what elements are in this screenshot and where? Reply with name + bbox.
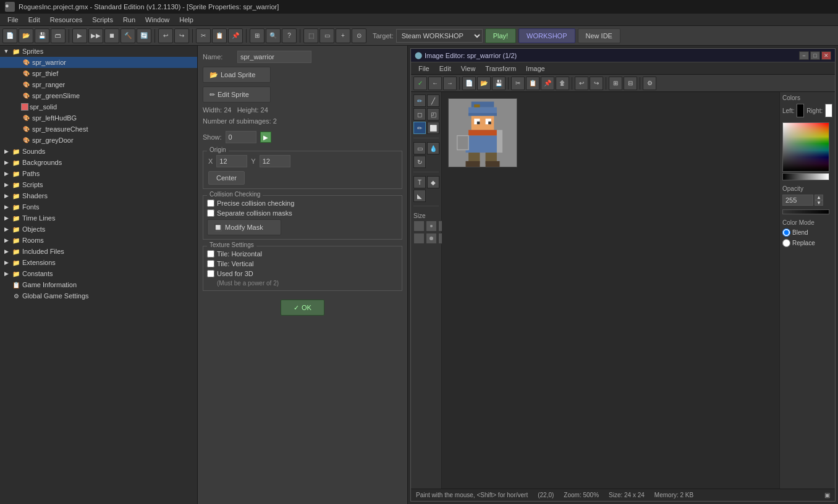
ie-tb-new[interactable]: 📄	[462, 77, 476, 90]
ie-minimize-btn[interactable]: −	[799, 51, 809, 60]
size-small-dot[interactable]	[426, 220, 437, 232]
tb-extra4[interactable]: ⊙	[352, 28, 366, 43]
ie-tb-save[interactable]: 💾	[492, 77, 506, 90]
tree-backgrounds[interactable]: ▶ 📁 Backgrounds	[0, 157, 197, 168]
left-color-swatch[interactable]	[797, 104, 804, 117]
ok-button[interactable]: ✓ OK	[281, 300, 324, 316]
tree-extensions[interactable]: ▶ 📁 Extensions	[0, 257, 197, 268]
ie-menu-edit[interactable]: Edit	[434, 64, 456, 74]
tool-line[interactable]: ╱	[427, 94, 439, 107]
tb-extra2[interactable]: ▭	[320, 28, 334, 43]
save-as-button[interactable]: 🗃	[51, 28, 66, 43]
show-arrow-button[interactable]: ▶	[260, 132, 271, 143]
tree-spr-greydoor[interactable]: 🎨 spr_greyDoor	[0, 135, 197, 146]
ie-tb-paste[interactable]: 📌	[541, 77, 554, 90]
ie-menu-file[interactable]: File	[413, 64, 434, 74]
stop-button[interactable]: ⏹	[104, 28, 119, 43]
build-button[interactable]: 🔨	[121, 28, 135, 43]
ie-maximize-btn[interactable]: □	[810, 51, 820, 60]
tree-included-files[interactable]: ▶ 📁 Included Files	[0, 246, 197, 257]
tree-spr-treasure[interactable]: 🎨 spr_treasureChest	[0, 124, 197, 135]
center-button[interactable]: Center	[208, 171, 245, 185]
sprite-canvas[interactable]	[448, 98, 517, 167]
cut-button[interactable]: ✂	[196, 28, 211, 43]
open-button[interactable]: 📂	[19, 28, 33, 43]
clean-button[interactable]: 🔄	[137, 28, 151, 43]
ie-tb-accept[interactable]: ✓	[413, 77, 427, 90]
menu-help[interactable]: Help	[174, 15, 198, 25]
ie-tb-settings[interactable]: ⚙	[643, 77, 656, 90]
opacity-input[interactable]	[782, 195, 813, 206]
play-button-main[interactable]: Play!	[485, 28, 516, 43]
tree-spr-solid[interactable]: spr_solid	[0, 101, 197, 112]
tree-spr-greenslime[interactable]: 🎨 spr_greenSlime	[0, 90, 197, 101]
canvas-area[interactable]	[442, 92, 779, 489]
workshop-button[interactable]: WORKSHOP	[518, 28, 575, 43]
ie-close-btn[interactable]: ✕	[821, 51, 831, 60]
tree-spr-warrior[interactable]: 🎨 spr_warrior	[0, 57, 197, 68]
tool-text[interactable]: T	[413, 176, 426, 188]
grid-button[interactable]: ⊞	[250, 28, 265, 43]
ie-tb-undo[interactable]: ↩	[575, 77, 588, 90]
play-debug[interactable]: ▶▶	[88, 28, 103, 43]
ie-tb-delete[interactable]: 🗑	[556, 77, 569, 90]
tool-eraser[interactable]: ◻	[413, 108, 426, 120]
precise-checkbox[interactable]	[207, 200, 214, 207]
origin-x-input[interactable]	[216, 155, 247, 167]
ie-menu-view[interactable]: View	[456, 64, 481, 74]
tool-select-rect[interactable]: ▭	[413, 142, 426, 154]
ie-tb-open[interactable]: 📂	[477, 77, 491, 90]
name-input[interactable]	[237, 51, 311, 63]
target-select[interactable]: Steam WORKSHOP	[396, 29, 483, 43]
tree-global-settings[interactable]: ⚙ Global Game Settings	[0, 290, 197, 301]
tb-extra3[interactable]: +	[336, 28, 350, 43]
opacity-down-btn[interactable]: ▼	[815, 200, 823, 206]
redo-button[interactable]: ↪	[174, 28, 189, 43]
menu-window[interactable]: Window	[140, 15, 174, 25]
size-med-tl[interactable]	[413, 233, 425, 244]
tool-paint[interactable]: ✏	[413, 122, 426, 134]
undo-button[interactable]: ↩	[158, 28, 173, 43]
tree-spr-thief[interactable]: 🎨 spr_thief	[0, 68, 197, 79]
tree-paths[interactable]: ▶ 📁 Paths	[0, 168, 197, 179]
tile-v-checkbox[interactable]	[207, 260, 214, 267]
tool-pencil[interactable]: ✏	[413, 94, 426, 107]
copy-button[interactable]: 📋	[212, 28, 227, 43]
replace-radio[interactable]	[782, 239, 790, 247]
tree-fonts[interactable]: ▶ 📁 Fonts	[0, 201, 197, 212]
tool-diagonal[interactable]: ◰	[427, 108, 439, 120]
ie-tb-copy[interactable]: 📋	[526, 77, 540, 90]
tool-fill[interactable]: ⬜	[427, 122, 439, 134]
newide-button[interactable]: New IDE	[578, 28, 620, 43]
separate-checkbox[interactable]	[207, 209, 214, 217]
tool-corner[interactable]: ◣	[413, 190, 426, 202]
tile-h-checkbox[interactable]	[207, 250, 214, 258]
edit-sprite-button[interactable]: ✏ Edit Sprite	[203, 86, 271, 103]
tree-spr-lefthud[interactable]: 🎨 spr_leftHudBG	[0, 112, 197, 124]
ie-menu-transform[interactable]: Transform	[480, 64, 521, 74]
show-input[interactable]	[226, 131, 256, 143]
tree-sounds[interactable]: ▶ 📁 Sounds	[0, 146, 197, 157]
ie-tb-right[interactable]: →	[443, 77, 457, 90]
size-small-tl[interactable]	[413, 220, 425, 232]
ie-tb-redo[interactable]: ↪	[590, 77, 603, 90]
modify-mask-button[interactable]: 🔲 Modify Mask	[207, 219, 281, 235]
size-med-dot[interactable]	[426, 233, 437, 244]
tool-rotate[interactable]: ↻	[413, 156, 426, 168]
tree-constants[interactable]: ▶ 📁 Constants	[0, 268, 197, 279]
tree-game-info[interactable]: 📋 Game Information	[0, 279, 197, 290]
menu-file[interactable]: File	[2, 15, 23, 25]
tree-objects[interactable]: ▶ 📁 Objects	[0, 224, 197, 235]
menu-run[interactable]: Run	[118, 15, 140, 25]
menu-scripts[interactable]: Scripts	[87, 15, 118, 25]
tree-spr-ranger[interactable]: 🎨 spr_ranger	[0, 79, 197, 90]
ie-menu-image[interactable]: Image	[521, 64, 550, 74]
tool-diamond[interactable]: ◆	[427, 176, 439, 188]
ie-tb-grid[interactable]: ⊞	[609, 77, 622, 90]
tb-extra1[interactable]: ⬚	[303, 28, 318, 43]
tool-colorpick[interactable]: 💧	[427, 142, 439, 154]
color-bw-bar[interactable]	[782, 173, 829, 180]
used3d-checkbox[interactable]	[207, 270, 214, 277]
load-sprite-button[interactable]: 📂 Load Sprite	[203, 67, 271, 83]
tree-scripts[interactable]: ▶ 📁 Scripts	[0, 179, 197, 190]
